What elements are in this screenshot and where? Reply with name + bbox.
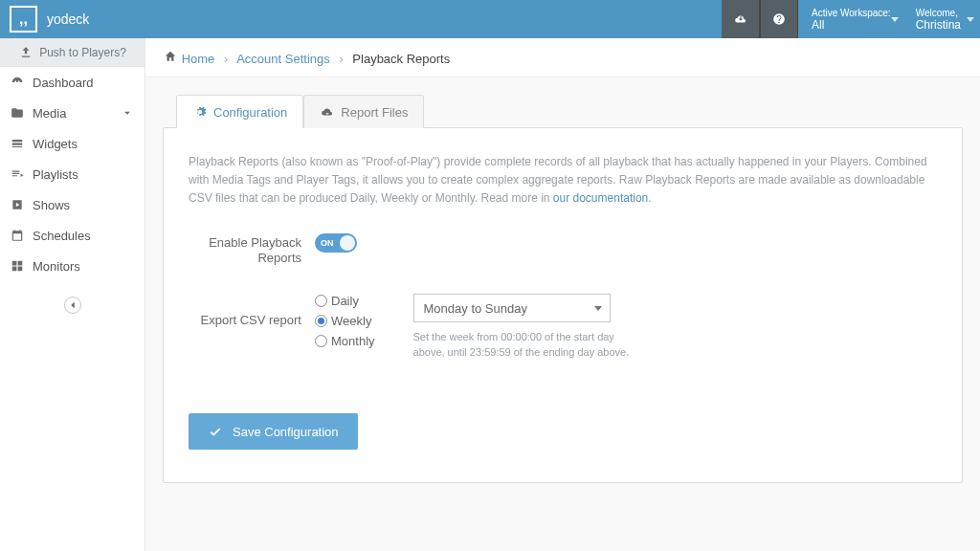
- radio-daily[interactable]: Daily: [315, 294, 375, 308]
- toggle-on-label: ON: [321, 238, 334, 248]
- enable-reports-label: Enable Playback Reports: [189, 233, 315, 268]
- radio-label: Weekly: [331, 314, 371, 328]
- chevron-down-icon: [120, 105, 135, 121]
- breadcrumb-separator: ›: [339, 52, 343, 66]
- grid-icon: [10, 258, 25, 274]
- sidebar-item-media[interactable]: Media: [0, 98, 145, 128]
- breadcrumb-current: Playback Reports: [352, 52, 450, 66]
- caret-down-icon: [891, 17, 899, 22]
- sidebar-item-dashboard[interactable]: Dashboard: [0, 67, 145, 98]
- select-value: Monday to Sunday: [424, 301, 527, 316]
- sidebar-item-label: Playlists: [33, 167, 78, 182]
- save-button-label: Save Configuration: [233, 425, 339, 439]
- user-menu[interactable]: Welcome, Christina: [904, 0, 980, 38]
- brand-name: yodeck: [47, 11, 89, 27]
- brand-logo: ,,: [10, 6, 37, 33]
- tab-configuration[interactable]: Configuration: [176, 95, 303, 128]
- chevron-left-icon: [65, 298, 80, 313]
- tab-label: Configuration: [213, 105, 287, 120]
- breadcrumb-home[interactable]: Home: [182, 52, 215, 66]
- radio-label: Monthly: [331, 334, 375, 348]
- dashboard-icon: [10, 75, 25, 90]
- radio-weekly[interactable]: Weekly: [315, 314, 375, 328]
- cloud-upload-icon[interactable]: [722, 0, 760, 38]
- sidebar-item-schedules[interactable]: Schedules: [0, 220, 145, 251]
- calendar-icon: [10, 228, 25, 243]
- widgets-icon: [10, 136, 25, 151]
- help-icon[interactable]: [760, 0, 798, 38]
- collapse-sidebar-button[interactable]: [0, 297, 145, 314]
- enable-reports-toggle[interactable]: ON: [315, 233, 357, 253]
- save-configuration-button[interactable]: Save Configuration: [189, 413, 358, 450]
- play-circle-icon: [10, 197, 25, 212]
- sidebar-item-label: Shows: [33, 198, 70, 212]
- sidebar-item-widgets[interactable]: Widgets: [0, 128, 145, 159]
- welcome-label: Welcome,: [916, 8, 961, 18]
- sidebar-item-label: Dashboard: [33, 76, 94, 90]
- sidebar-item-playlists[interactable]: Playlists: [0, 159, 145, 189]
- export-csv-label: Export CSV report: [189, 294, 315, 329]
- sidebar-item-label: Media: [33, 106, 112, 121]
- playlist-icon: [10, 166, 25, 182]
- breadcrumb-account-settings[interactable]: Account Settings: [236, 52, 330, 66]
- tab-label: Report Files: [341, 105, 408, 120]
- workspace-selector[interactable]: Active Workspace: All: [798, 0, 904, 38]
- cloud-download-icon: [320, 104, 335, 120]
- sidebar-item-shows[interactable]: Shows: [0, 189, 145, 220]
- sidebar-item-label: Monitors: [33, 259, 80, 274]
- breadcrumb: Home › Account Settings › Playback Repor…: [145, 38, 980, 77]
- breadcrumb-separator: ›: [224, 52, 228, 66]
- gears-icon: [192, 104, 208, 120]
- radio-monthly[interactable]: Monthly: [315, 334, 375, 348]
- tab-report-files[interactable]: Report Files: [303, 95, 424, 128]
- caret-down-icon: [594, 306, 602, 311]
- upload-icon: [18, 45, 33, 60]
- workspace-value: All: [812, 18, 891, 32]
- welcome-name: Christina: [916, 18, 961, 32]
- week-range-select[interactable]: Monday to Sunday: [413, 294, 611, 322]
- push-to-players-button[interactable]: Push to Players?: [0, 38, 145, 67]
- documentation-link[interactable]: our documentation: [553, 191, 648, 205]
- panel-description: Playback Reports (also known as "Proof-o…: [189, 153, 937, 209]
- week-help-text: Set the week from 00:00:00 of the start …: [413, 330, 634, 360]
- workspace-label: Active Workspace:: [812, 8, 891, 18]
- check-icon: [208, 424, 223, 439]
- push-label: Push to Players?: [39, 46, 126, 59]
- caret-down-icon: [967, 17, 974, 22]
- toggle-knob: [340, 235, 355, 251]
- folder-icon: [10, 105, 25, 121]
- radio-label: Daily: [331, 294, 359, 308]
- sidebar-item-label: Widgets: [33, 137, 78, 151]
- home-icon: [163, 49, 178, 64]
- sidebar-item-monitors[interactable]: Monitors: [0, 251, 145, 281]
- sidebar-item-label: Schedules: [33, 229, 91, 243]
